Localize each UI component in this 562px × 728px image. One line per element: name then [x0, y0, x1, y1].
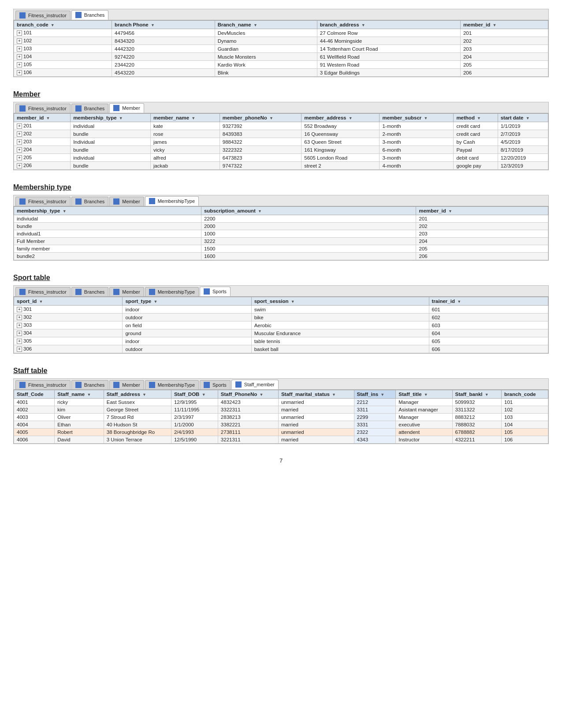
- col-membership-type-h[interactable]: membership_type ▼: [14, 207, 201, 215]
- expand-btn[interactable]: +: [17, 147, 22, 153]
- tab-fitness-instructor-2[interactable]: Fitness_instructor: [15, 104, 71, 113]
- col-member-address[interactable]: member_address ▼: [301, 114, 380, 122]
- col-staff-code[interactable]: Staff_Code: [14, 390, 55, 399]
- col-branch-phone[interactable]: branch Phone ▼: [112, 21, 215, 29]
- expand-btn[interactable]: +: [17, 70, 22, 75]
- expand-btn[interactable]: +: [17, 315, 22, 320]
- expand-btn[interactable]: +: [17, 131, 22, 137]
- tab-branches-3[interactable]: Branches: [71, 197, 108, 206]
- col-staff-dob[interactable]: Staff_DOB ▼: [171, 390, 218, 399]
- staff-row[interactable]: 4002 kim George Street 11/11/1995 332231…: [14, 406, 548, 414]
- branches-row[interactable]: +103 4442320 Guardian 14 Tottenham Court…: [14, 45, 548, 53]
- branches-row[interactable]: +106 4543220 Blink 3 Edgar Buildings 206: [14, 69, 548, 77]
- expand-btn[interactable]: +: [17, 331, 22, 336]
- expand-btn[interactable]: +: [17, 323, 22, 328]
- col-member-id[interactable]: member_id ▼: [14, 114, 71, 122]
- col-member-subscr[interactable]: member_subscr ▼: [380, 114, 454, 122]
- expand-btn[interactable]: +: [17, 30, 22, 36]
- staff-row[interactable]: 4004 Ethan 40 Hudson St 1/1/2000 3382221…: [14, 421, 548, 429]
- expand-btn[interactable]: +: [17, 62, 22, 67]
- expand-btn[interactable]: +: [17, 139, 22, 145]
- staff-row[interactable]: 4003 Oliver 7 Stroud Rd 2/3/1997 2838213…: [14, 414, 548, 421]
- col-staff-address[interactable]: Staff_address ▼: [104, 390, 171, 399]
- col-trainer-id[interactable]: trainer_id ▼: [429, 297, 548, 306]
- col-membership-type[interactable]: membership_type ▼: [71, 114, 151, 122]
- col-branch-code[interactable]: branch_code ▼: [14, 21, 112, 29]
- branches-row[interactable]: +101 4479456 DevMuscles 27 Colmore Row 2…: [14, 29, 548, 37]
- col-subscription-amount[interactable]: subscription_amount ▼: [201, 207, 416, 215]
- expand-btn[interactable]: +: [17, 155, 22, 161]
- col-branch-code-staff[interactable]: branch_code: [502, 390, 548, 399]
- tab-sports-5[interactable]: Sports: [200, 380, 231, 389]
- tab-membershiptype[interactable]: MembershipType: [145, 196, 199, 206]
- tab-branches-2[interactable]: Branches: [71, 104, 108, 113]
- expand-btn[interactable]: +: [17, 38, 22, 44]
- col-sport-id[interactable]: sport_id ▼: [14, 297, 123, 306]
- branches-row[interactable]: +102 8434320 Dynamo 44-46 Morningside 20…: [14, 37, 548, 45]
- member-row[interactable]: +205 individual alfred 6473823 5605 Lond…: [14, 154, 548, 162]
- sport-row[interactable]: +302 outdoor bike 602: [14, 314, 548, 321]
- membership-type-row[interactable]: individual1 1000 203: [14, 230, 548, 238]
- member-row[interactable]: +202 bundle rose 8439383 16 Queensway 2-…: [14, 130, 548, 138]
- sport-row[interactable]: +303 on field Aerobic 603: [14, 321, 548, 329]
- expand-btn[interactable]: +: [17, 54, 22, 60]
- col-staff-title[interactable]: Staff_title ▼: [396, 390, 452, 399]
- col-staff-ins[interactable]: Staff_ins ▼: [354, 390, 396, 399]
- tab-member-3[interactable]: Member: [109, 197, 144, 206]
- sport-row[interactable]: +306 outdoor basket ball 606: [14, 345, 548, 353]
- membership-type-row[interactable]: Full Member 3222 204: [14, 238, 548, 245]
- membership-type-row[interactable]: family member 1500 205: [14, 245, 548, 253]
- col-staff-name[interactable]: Staff_name ▼: [55, 390, 104, 399]
- col-branch-name[interactable]: Branch_name ▼: [215, 21, 317, 29]
- staff-row[interactable]: 4006 David 3 Union Terrace 12/5/1990 322…: [14, 436, 548, 444]
- col-sport-session[interactable]: sport_session ▼: [251, 297, 429, 306]
- membership-type-row[interactable]: bundle 2000 202: [14, 223, 548, 230]
- col-staff-phoneno[interactable]: Staff_PhoneNo ▼: [218, 390, 278, 399]
- sport-row[interactable]: +305 indoor table tennis 605: [14, 337, 548, 345]
- col-staff-marital[interactable]: Staff_marital_status ▼: [278, 390, 354, 399]
- membership-type-row[interactable]: indiviudal 2200 201: [14, 215, 548, 223]
- tab-branches-4[interactable]: Branches: [71, 287, 108, 296]
- tab-label: Fitness_instructor: [28, 199, 67, 204]
- member-row[interactable]: +206 bundle jackab 9747322 street 2 4-mo…: [14, 162, 548, 170]
- staff-row[interactable]: 4005 Robert 38 Boroughbridge Ro 2/4/1993…: [14, 429, 548, 436]
- tab-member[interactable]: Member: [109, 103, 144, 113]
- tab-fitness-instructor-1[interactable]: Fitness_instructor: [15, 11, 71, 20]
- expand-btn[interactable]: +: [17, 339, 22, 344]
- member-row[interactable]: +201 individual kate 9327392 552 Broadwa…: [14, 122, 548, 130]
- expand-btn[interactable]: +: [17, 307, 22, 312]
- expand-btn[interactable]: +: [17, 46, 22, 52]
- staff-title-cell: attendent: [396, 429, 452, 436]
- member-row[interactable]: +203 Individual james 9884322 63 Queen S…: [14, 138, 548, 146]
- sport-row[interactable]: +304 ground Muscular Endurance 604: [14, 329, 548, 337]
- col-method[interactable]: method ▼: [454, 114, 498, 122]
- tab-membershiptype-4[interactable]: MembershipType: [145, 287, 199, 296]
- branches-row[interactable]: +105 2344220 Kardio Work 91 Western Road…: [14, 61, 548, 69]
- sport-row[interactable]: +301 indoor swim 601: [14, 306, 548, 314]
- tab-fitness-instructor-3[interactable]: Fitness_instructor: [15, 197, 71, 206]
- staff-row[interactable]: 4001 ricky East Sussex 12/9/1995 4832423…: [14, 399, 548, 406]
- expand-btn[interactable]: +: [17, 123, 22, 129]
- tab-branches-5[interactable]: Branches: [71, 380, 108, 389]
- col-start-date[interactable]: start date ▼: [498, 114, 548, 122]
- col-member-id-h[interactable]: member_id ▼: [416, 207, 548, 215]
- membership-type-row[interactable]: bundle2 1600 206: [14, 253, 548, 260]
- expand-btn[interactable]: +: [17, 347, 22, 352]
- tab-membershiptype-5[interactable]: MembershipType: [145, 380, 199, 389]
- col-branch-address[interactable]: branch_address ▼: [317, 21, 460, 29]
- tab-fitness-instructor-5[interactable]: Fitness_instructor: [15, 380, 71, 389]
- tab-member-5[interactable]: Member: [109, 380, 144, 389]
- tab-branches-1[interactable]: Branches: [71, 10, 108, 20]
- branches-row[interactable]: +104 9274220 Muscle Monsters 61 Wellfiel…: [14, 53, 548, 61]
- col-sport-type[interactable]: sport_type ▼: [123, 297, 251, 306]
- col-member-name[interactable]: member_name ▼: [150, 114, 220, 122]
- col-member-id[interactable]: member_id ▼: [460, 21, 548, 29]
- col-member-phoneno[interactable]: member_phoneNo ▼: [220, 114, 301, 122]
- col-staff-bankl[interactable]: Staff_bankl ▼: [452, 390, 502, 399]
- member-row[interactable]: +204 bundle vicky 3222322 161 Kingsway 6…: [14, 146, 548, 154]
- tab-staff-member[interactable]: Staff_member: [231, 380, 279, 389]
- expand-btn[interactable]: +: [17, 163, 22, 168]
- tab-member-4[interactable]: Member: [109, 287, 144, 296]
- tab-sports[interactable]: Sports: [200, 287, 231, 296]
- tab-fitness-instructor-4[interactable]: Fitness_instructor: [15, 287, 71, 296]
